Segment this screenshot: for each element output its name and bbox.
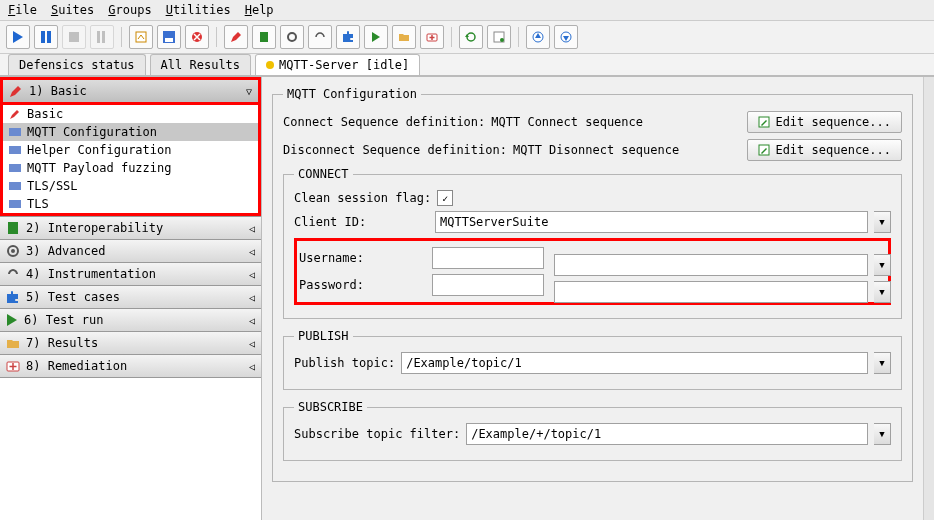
config-icon	[9, 198, 21, 210]
sidebar-item-basic[interactable]: 1) Basic ▽	[0, 77, 261, 102]
tab-mqtt-server[interactable]: MQTT-Server [idle]	[255, 54, 420, 75]
tb-save-icon[interactable]	[157, 25, 181, 49]
menu-file[interactable]: File	[8, 3, 37, 17]
svg-rect-10	[260, 32, 268, 42]
sidebar-sub-tls[interactable]: TLS	[3, 195, 258, 213]
password-dropdown[interactable]: ▼	[874, 281, 891, 303]
gear-icon	[6, 244, 20, 258]
sidebar-item-instrumentation[interactable]: 4) Instrumentation◁	[0, 263, 261, 285]
svg-rect-6	[136, 32, 146, 42]
tb-down-icon[interactable]	[554, 25, 578, 49]
publish-legend: PUBLISH	[294, 329, 353, 343]
password-input[interactable]	[432, 274, 544, 296]
mqtt-config-group: MQTT Configuration Connect Sequence defi…	[272, 87, 913, 482]
scrollbar[interactable]	[923, 77, 934, 520]
username-label: Username:	[299, 251, 426, 265]
svg-rect-26	[8, 222, 18, 234]
svg-rect-1	[41, 31, 45, 43]
svg-rect-5	[102, 31, 105, 43]
svg-point-11	[288, 33, 296, 41]
sidebar-item-advanced[interactable]: 3) Advanced◁	[0, 240, 261, 262]
play-button[interactable]	[6, 25, 30, 49]
tb-puzzle-icon[interactable]	[336, 25, 360, 49]
sidebar-sub-basic[interactable]: Basic	[3, 105, 258, 123]
tb-chip-icon[interactable]	[252, 25, 276, 49]
sidebar-sub-tls-ssl[interactable]: TLS/SSL	[3, 177, 258, 195]
sidebar-item-results[interactable]: 7) Results◁	[0, 332, 261, 354]
tb-up-icon[interactable]	[526, 25, 550, 49]
conn-seq-value: MQTT Connect sequence	[491, 115, 741, 129]
chevron-left-icon: ◁	[249, 223, 255, 234]
disc-seq-label: Disconnect Sequence definition:	[283, 143, 507, 157]
pause-button[interactable]	[34, 25, 58, 49]
menu-suites[interactable]: Suites	[51, 3, 94, 17]
subscribe-filter-label: Subscribe topic filter:	[294, 427, 460, 441]
tb-link-icon[interactable]	[308, 25, 332, 49]
svg-marker-29	[7, 314, 17, 326]
edit-sequence-button[interactable]: Edit sequence...	[747, 111, 902, 133]
link-icon	[6, 267, 20, 281]
play-icon	[6, 314, 18, 326]
tb-cancel-icon[interactable]	[185, 25, 209, 49]
tb-med-icon[interactable]	[420, 25, 444, 49]
subscribe-filter-input[interactable]: /Example/+/topic/1	[466, 423, 868, 445]
svg-rect-3	[69, 32, 79, 42]
chevron-left-icon: ◁	[249, 246, 255, 257]
publish-topic-input[interactable]: /Example/topic/1	[401, 352, 868, 374]
clientid-dropdown[interactable]: ▼	[874, 211, 891, 233]
tb-folder-icon[interactable]	[392, 25, 416, 49]
conn-seq-label: Connect Sequence definition:	[283, 115, 485, 129]
subscribe-filter-dropdown[interactable]: ▼	[874, 423, 891, 445]
svg-marker-0	[13, 31, 23, 43]
svg-point-28	[11, 249, 15, 253]
clientid-input[interactable]: MQTTServerSuite	[435, 211, 868, 233]
menu-groups[interactable]: Groups	[108, 3, 151, 17]
chevron-down-icon: ▽	[246, 86, 252, 97]
menubar: File Suites Groups Utilities Help	[0, 0, 934, 20]
edit-sequence-button-2[interactable]: Edit sequence...	[747, 139, 902, 161]
tb-pencil-icon[interactable]	[224, 25, 248, 49]
menu-utilities[interactable]: Utilities	[166, 3, 231, 17]
clean-session-checkbox[interactable]: ✓	[437, 190, 453, 206]
menu-help[interactable]: Help	[245, 3, 274, 17]
content-panel: MQTT Configuration Connect Sequence defi…	[262, 77, 923, 520]
clientid-label: Client ID:	[294, 215, 429, 229]
svg-rect-2	[47, 31, 51, 43]
edit-icon	[758, 144, 770, 156]
chevron-left-icon: ◁	[249, 361, 255, 372]
tb-play-small-icon[interactable]	[364, 25, 388, 49]
tb-gear-icon[interactable]	[280, 25, 304, 49]
config-icon	[9, 144, 21, 156]
tb-refresh-icon[interactable]	[459, 25, 483, 49]
folder-icon	[6, 337, 20, 349]
tb-sheet-icon[interactable]	[487, 25, 511, 49]
sidebar-item-testrun[interactable]: 6) Test run◁	[0, 309, 261, 331]
sidebar-sub-helper-config[interactable]: Helper Configuration	[3, 141, 258, 159]
disc-seq-value: MQTT Disonnect sequence	[513, 143, 741, 157]
password-label: Password:	[299, 278, 426, 292]
chevron-left-icon: ◁	[249, 269, 255, 280]
svg-rect-22	[9, 146, 21, 154]
tb-doc-icon[interactable]	[129, 25, 153, 49]
sidebar-item-interop[interactable]: 2) Interoperability◁	[0, 217, 261, 239]
clean-session-label: Clean session flag:	[294, 191, 431, 205]
connect-legend: CONNECT	[294, 167, 353, 181]
subscribe-legend: SUBSCRIBE	[294, 400, 367, 414]
username-input-ext[interactable]	[554, 254, 868, 276]
publish-topic-dropdown[interactable]: ▼	[874, 352, 891, 374]
subscribe-group: SUBSCRIBE Subscribe topic filter: /Examp…	[283, 400, 902, 461]
username-input[interactable]	[432, 247, 544, 269]
svg-rect-23	[9, 164, 21, 172]
sidebar-sub-payload-fuzz[interactable]: MQTT Payload fuzzing	[3, 159, 258, 177]
tab-all-results[interactable]: All Results	[150, 54, 251, 75]
sidebar-item-remediation[interactable]: 8) Remediation◁	[0, 355, 261, 377]
tabbar: Defensics status All Results MQTT-Server…	[0, 54, 934, 76]
password-input-ext[interactable]	[554, 281, 868, 303]
app-window: File Suites Groups Utilities Help Defen	[0, 0, 934, 520]
tab-defensics-status[interactable]: Defensics status	[8, 54, 146, 75]
sidebar-item-testcases[interactable]: 5) Test cases◁	[0, 286, 261, 308]
chip-icon	[6, 221, 20, 235]
sidebar-sub-mqtt-config[interactable]: MQTT Configuration	[3, 123, 258, 141]
username-dropdown[interactable]: ▼	[874, 254, 891, 276]
stop-button	[62, 25, 86, 49]
